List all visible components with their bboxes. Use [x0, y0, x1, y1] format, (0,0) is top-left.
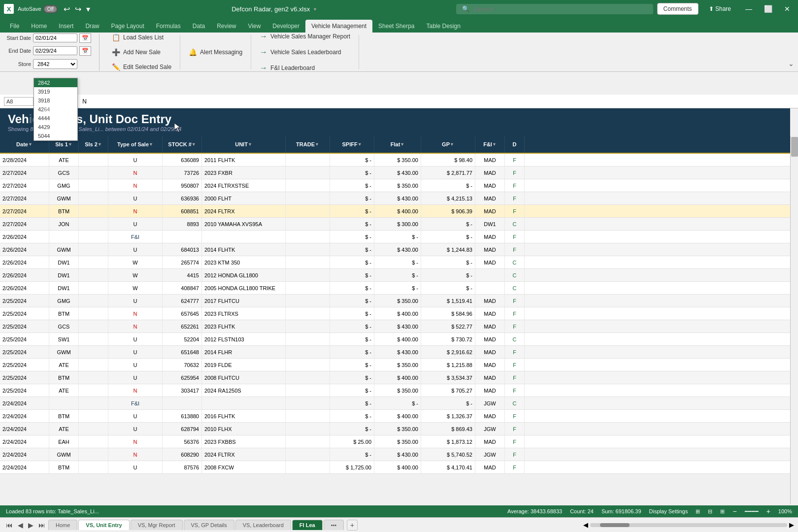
fi-filter[interactable]: ▼: [492, 142, 497, 147]
tab-sheet-sherpa[interactable]: Sheet Sherpa: [372, 20, 420, 33]
zoom-minus-icon[interactable]: −: [732, 507, 736, 515]
page-view-icon[interactable]: ⊟: [708, 508, 712, 515]
sheet-nav-next[interactable]: ▶: [26, 520, 35, 530]
table-row[interactable]: 2/24/2024F&I$ -$ -$ -JGWC: [0, 397, 790, 410]
store-select[interactable]: 2842 3919 3918 4264 4444 4429 5044: [33, 59, 77, 69]
sheet-nav-last[interactable]: ⏭: [36, 520, 47, 530]
vehicle-sales-report-button[interactable]: → Vehicle Sales Manager Report: [255, 30, 355, 43]
start-date-calendar[interactable]: 📅: [79, 33, 91, 43]
formula-input[interactable]: [78, 97, 794, 106]
trade-filter[interactable]: ▼: [315, 142, 319, 147]
tab-file[interactable]: File: [4, 20, 25, 33]
undo-button[interactable]: ↩: [62, 3, 72, 15]
sheet-tab-home[interactable]: Home: [48, 520, 77, 530]
vertical-scrollbar[interactable]: [790, 136, 798, 504]
end-date-input[interactable]: [33, 46, 77, 55]
sheet-tab-vs-mgr[interactable]: VS, Mgr Report: [131, 520, 183, 530]
gp-filter[interactable]: ▼: [450, 142, 454, 147]
table-row[interactable]: 2/25/2024SW1U522042012 FLSTN103$ -$ 400.…: [0, 333, 790, 346]
table-row[interactable]: 2/24/2024BTMU6138802016 FLHTK$ -$ 400.00…: [0, 410, 790, 423]
alert-messaging-button[interactable]: 🔔 Alert Messaging: [184, 46, 247, 59]
tab-draw[interactable]: Draw: [79, 20, 105, 33]
table-row[interactable]: 2/25/2024BTMN6576452023 FLTRXS$ -$ 400.0…: [0, 307, 790, 320]
share-button[interactable]: ⬆ Share: [702, 3, 737, 15]
table-row[interactable]: 2/24/2024EAHN563762023 FXBBS$ 25.00$ 350…: [0, 435, 790, 448]
table-row[interactable]: 2/27/2024JONU88932010 YAMAHA XVS95A$ -$ …: [0, 218, 790, 231]
stock-filter[interactable]: ▼: [192, 142, 196, 147]
sheet-tab-fi-lea[interactable]: FI Lea: [292, 520, 323, 530]
load-sales-button[interactable]: 📋 Load Sales List: [107, 31, 168, 44]
comments-button[interactable]: Comments: [657, 3, 698, 15]
store-option-5044[interactable]: 5044: [34, 132, 77, 140]
fi-leaderboard-button[interactable]: → F&I Leaderboard: [255, 61, 319, 75]
table-row[interactable]: 2/24/2024ATEU6287942010 FLHX$ -$ 350.00$…: [0, 423, 790, 435]
h-scroll-thumb[interactable]: [600, 523, 630, 527]
ribbon-collapse-button[interactable]: ⌄: [788, 60, 794, 67]
page-break-icon[interactable]: ⊞: [720, 508, 725, 515]
customize-button[interactable]: ▾: [84, 3, 92, 15]
table-row[interactable]: 2/25/2024ATEN3034172024 RA1250S$ -$ 350.…: [0, 384, 790, 397]
table-row[interactable]: 2/26/2024F&I$ -$ -$ -MADF: [0, 231, 790, 243]
maximize-button[interactable]: ⬜: [760, 3, 776, 15]
sheet-nav-first[interactable]: ⏮: [4, 520, 15, 530]
vehicle-sales-leaderboard-button[interactable]: → Vehicle Sales Leaderboard: [255, 45, 345, 59]
tab-table-design[interactable]: Table Design: [420, 20, 466, 33]
sheet-tab-vs-unit[interactable]: VS, Unit Entry: [78, 520, 129, 530]
table-row[interactable]: 2/25/2024ATEU706322019 FLDE$ -$ 350.00$ …: [0, 359, 790, 371]
store-option-3919[interactable]: 3919: [34, 87, 77, 96]
search-input[interactable]: [473, 5, 631, 13]
sheet-add-button[interactable]: +: [347, 520, 358, 531]
spiff-filter[interactable]: ▼: [358, 142, 362, 147]
table-row[interactable]: 2/25/2024GWMU6516482014 FLHR$ -$ 430.00$…: [0, 346, 790, 359]
flat-filter[interactable]: ▼: [400, 142, 404, 147]
store-option-4429[interactable]: 4429: [34, 123, 77, 132]
store-option-4444[interactable]: 4444: [34, 114, 77, 123]
display-settings[interactable]: Display Settings: [649, 508, 688, 514]
tab-data[interactable]: Data: [187, 20, 211, 33]
table-row[interactable]: 2/26/2024DW1W2657742023 KTM 350$ -$ -$ -…: [0, 256, 790, 269]
store-option-3918[interactable]: 3918: [34, 96, 77, 105]
type-filter[interactable]: ▼: [149, 142, 153, 147]
table-row[interactable]: 2/24/2024GWMN6082902024 FLTRX$ -$ 430.00…: [0, 448, 790, 461]
data-cell: $ 350.00: [374, 295, 421, 307]
table-row[interactable]: 2/27/2024GWMU6369362000 FLHT$ -$ 430.00$…: [0, 192, 790, 205]
table-row[interactable]: 2/25/2024BTMU6259542008 FLHTCU$ -$ 400.0…: [0, 371, 790, 384]
add-new-sale-button[interactable]: ➕ Add New Sale: [107, 46, 165, 59]
tab-insert[interactable]: Insert: [53, 20, 79, 33]
table-row[interactable]: 2/25/2024GCSN6522612023 FLHTK$ -$ 430.00…: [0, 320, 790, 333]
table-row[interactable]: 2/28/2024ATEU6360892011 FLHTK$ -$ 350.00…: [0, 154, 790, 166]
date-filter[interactable]: ▼: [28, 142, 33, 147]
cell-reference[interactable]: [4, 97, 33, 106]
grid-view-icon[interactable]: ⊞: [696, 508, 700, 515]
tab-home[interactable]: Home: [25, 20, 53, 33]
autosave-toggle[interactable]: Off: [43, 5, 58, 13]
sheet-tab-vs-leaderboard[interactable]: VS, Leaderboard: [235, 520, 291, 530]
table-row[interactable]: 2/24/2024BTMU875762008 FXCW$ 1,725.00$ 4…: [0, 461, 790, 474]
zoom-plus-icon[interactable]: +: [766, 507, 770, 515]
tab-review[interactable]: Review: [211, 20, 242, 33]
close-button[interactable]: ✕: [780, 3, 794, 15]
end-date-calendar[interactable]: 📅: [79, 46, 91, 56]
store-option-2842[interactable]: 2842: [34, 78, 77, 87]
table-row[interactable]: 2/26/2024DW1W4088472005 HONDA GL1800 TRI…: [0, 282, 790, 295]
sheet-tab-more[interactable]: •••: [324, 520, 344, 530]
table-row[interactable]: 2/25/2024GMGU6247772017 FLHTCU$ -$ 350.0…: [0, 295, 790, 307]
sls1-filter[interactable]: ▼: [68, 142, 72, 147]
table-row[interactable]: 2/26/2024DW1W44152012 HONDA GL1800$ -$ -…: [0, 269, 790, 282]
table-row[interactable]: 2/27/2024BTMN6088512024 FLTRX$ -$ 400.00…: [0, 205, 790, 218]
table-row[interactable]: 2/27/2024GMGN9508072024 FLTRXSTSE$ -$ 35…: [0, 179, 790, 192]
edit-selected-sale-button[interactable]: ✏️ Edit Selected Sale: [107, 61, 176, 73]
store-option-4264[interactable]: 4264: [34, 105, 77, 114]
unit-filter[interactable]: ▼: [248, 142, 252, 147]
h-scroll-left[interactable]: ◀: [583, 521, 588, 529]
sheet-tab-vs-gp[interactable]: VS, GP Details: [184, 520, 234, 530]
h-scroll-right[interactable]: ▶: [789, 521, 794, 529]
sls2-filter[interactable]: ▼: [98, 142, 102, 147]
start-date-input[interactable]: [33, 33, 77, 42]
table-row[interactable]: 2/26/2024GWMU6840132014 FLHTK$ -$ 430.00…: [0, 243, 790, 256]
minimize-button[interactable]: —: [741, 3, 756, 15]
redo-button[interactable]: ↪: [73, 3, 83, 15]
zoom-slider[interactable]: ━━━━: [745, 508, 759, 515]
table-row[interactable]: 2/27/2024GCSN737262023 FXBR$ -$ 430.00$ …: [0, 166, 790, 179]
sheet-nav-prev[interactable]: ◀: [16, 520, 25, 530]
